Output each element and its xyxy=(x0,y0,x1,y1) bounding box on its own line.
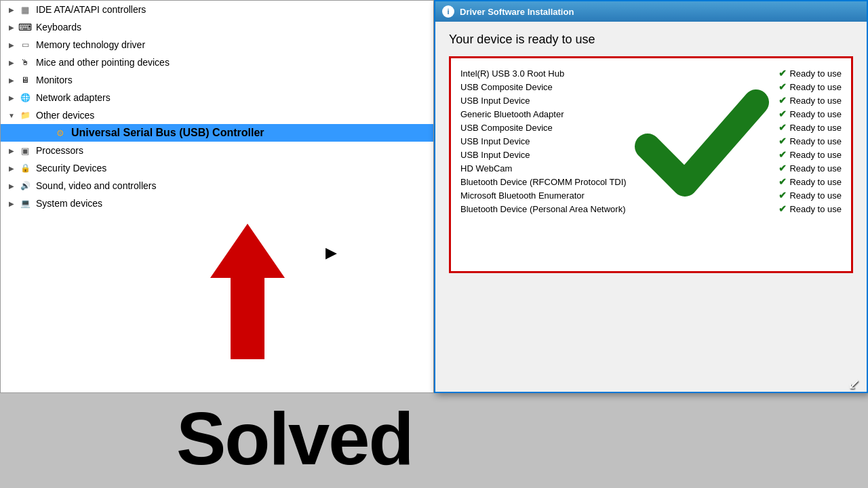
processor-icon xyxy=(18,144,32,157)
check-icon: ✔ xyxy=(778,95,787,106)
dialog-body: Your device is ready to use Intel(R) USB… xyxy=(435,22,867,284)
check-icon: ✔ xyxy=(778,122,787,133)
expand-arrow-monitors: ▶ xyxy=(6,75,17,85)
tree-label-ide: IDE ATA/ATAPI controllers xyxy=(36,4,146,15)
tree-label-memory: Memory technology driver xyxy=(36,39,145,50)
keyboard-icon xyxy=(18,20,32,34)
tree-item-usb[interactable]: Universal Serial Bus (USB) Controller xyxy=(1,124,433,142)
expand-arrow-other: ▼ xyxy=(6,110,17,121)
driver-installation-dialog: i Driver Software Installation Your devi… xyxy=(434,0,868,393)
status-text: Ready to use xyxy=(789,68,842,79)
device-status: ✔Ready to use xyxy=(778,176,842,187)
status-text: Ready to use xyxy=(789,82,842,92)
status-text: Ready to use xyxy=(789,150,842,160)
mouse-cursor: ↙ xyxy=(848,375,860,393)
dialog-title-text: Driver Software Installation xyxy=(460,7,574,17)
tree-label-network: Network adapters xyxy=(36,92,111,103)
check-icon: ✔ xyxy=(778,108,787,119)
tree-item-sound[interactable]: ▶Sound, video and controllers xyxy=(1,177,433,195)
tree-label-usb: Universal Serial Bus (USB) Controller xyxy=(71,127,264,139)
status-text: Ready to use xyxy=(789,96,842,106)
solved-overlay-text: Solved xyxy=(176,395,413,481)
tree-item-processors[interactable]: ▶Processors xyxy=(1,142,433,159)
status-text: Ready to use xyxy=(789,177,842,187)
cursor-left: ▶ xyxy=(326,244,337,262)
expand-arrow-memory: ▶ xyxy=(6,39,17,50)
device-status: ✔Ready to use xyxy=(778,163,842,174)
tree-item-keyboards[interactable]: ▶Keyboards xyxy=(1,18,433,36)
device-status: ✔Ready to use xyxy=(778,68,842,79)
check-icon: ✔ xyxy=(778,149,787,160)
expand-arrow-system: ▶ xyxy=(6,198,17,209)
expand-arrow-sound: ▶ xyxy=(6,180,17,191)
device-status: ✔Ready to use xyxy=(778,136,842,146)
dialog-title-icon: i xyxy=(442,5,454,18)
big-checkmark-icon xyxy=(634,72,770,207)
expand-arrow-security: ▶ xyxy=(6,163,17,174)
tree-label-system: System devices xyxy=(36,198,102,209)
check-icon: ✔ xyxy=(778,68,787,79)
sound-icon xyxy=(18,179,32,192)
tree-item-ide[interactable]: ▶IDE ATA/ATAPI controllers xyxy=(1,1,433,18)
network-icon xyxy=(18,91,32,104)
device-status: ✔Ready to use xyxy=(778,81,842,92)
expand-arrow-usb xyxy=(41,127,52,138)
tree-item-network[interactable]: ▶Network adapters xyxy=(1,89,433,106)
device-status: ✔Ready to use xyxy=(778,95,842,106)
device-list-box: Intel(R) USB 3.0 Root Hub✔Ready to useUS… xyxy=(449,56,853,273)
monitor-icon xyxy=(18,73,32,87)
tree-label-mice: Mice and other pointing devices xyxy=(36,57,170,68)
folder-icon xyxy=(18,108,32,122)
mouse-icon xyxy=(18,56,32,69)
device-status: ✔Ready to use xyxy=(778,122,842,133)
device-status: ✔Ready to use xyxy=(778,108,842,119)
ready-message: Your device is ready to use xyxy=(449,33,853,47)
ata-icon xyxy=(18,3,32,16)
device-status: ✔Ready to use xyxy=(778,190,842,201)
status-text: Ready to use xyxy=(789,109,842,119)
tree-label-sound: Sound, video and controllers xyxy=(36,180,156,191)
check-icon: ✔ xyxy=(778,163,787,174)
status-text: Ready to use xyxy=(789,190,842,201)
tree-item-system[interactable]: ▶System devices xyxy=(1,195,433,212)
status-text: Ready to use xyxy=(789,204,842,214)
tree-label-other: Other devices xyxy=(36,110,94,121)
tree-label-monitors: Monitors xyxy=(36,75,73,85)
check-icon: ✔ xyxy=(778,203,787,214)
expand-arrow-keyboards: ▶ xyxy=(6,22,17,33)
tree-item-memory[interactable]: ▶Memory technology driver xyxy=(1,36,433,54)
status-text: Ready to use xyxy=(789,136,842,146)
check-icon: ✔ xyxy=(778,136,787,146)
tree-item-mice[interactable]: ▶Mice and other pointing devices xyxy=(1,54,433,71)
expand-arrow-processors: ▶ xyxy=(6,145,17,156)
tree-label-processors: Processors xyxy=(36,145,83,156)
expand-arrow-network: ▶ xyxy=(6,92,17,103)
status-text: Ready to use xyxy=(789,163,842,174)
dialog-titlebar: i Driver Software Installation xyxy=(435,1,867,22)
device-status: ✔Ready to use xyxy=(778,203,842,214)
tree-label-security: Security Devices xyxy=(36,163,106,174)
expand-arrow-ide: ▶ xyxy=(6,4,17,15)
device-status: ✔Ready to use xyxy=(778,149,842,160)
tree-label-keyboards: Keyboards xyxy=(36,22,81,33)
tree-item-security[interactable]: ▶Security Devices xyxy=(1,159,433,177)
check-icon: ✔ xyxy=(778,81,787,92)
tree-item-other[interactable]: ▼Other devices xyxy=(1,106,433,124)
check-icon: ✔ xyxy=(778,176,787,187)
tree-item-monitors[interactable]: ▶Monitors xyxy=(1,71,433,89)
status-text: Ready to use xyxy=(789,123,842,133)
system-icon xyxy=(18,197,32,210)
expand-arrow-mice: ▶ xyxy=(6,57,17,68)
usb-icon xyxy=(54,126,67,140)
check-icon: ✔ xyxy=(778,190,787,201)
memory-icon xyxy=(18,38,32,52)
security-icon xyxy=(18,161,32,175)
svg-marker-0 xyxy=(210,224,285,359)
